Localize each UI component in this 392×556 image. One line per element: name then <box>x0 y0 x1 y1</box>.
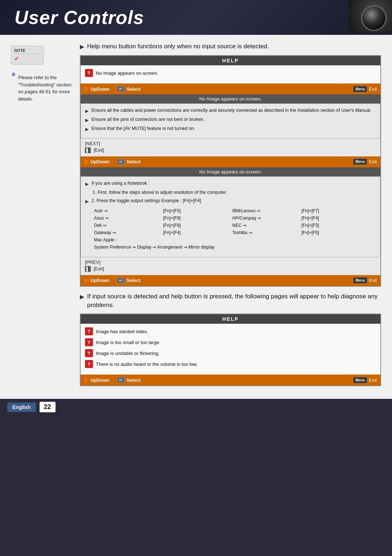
nav-bar-3[interactable]: UpDown ↵ Select Menu Exit <box>81 275 380 286</box>
nav-select-2[interactable]: ↵ Select <box>117 159 140 165</box>
laptop-row-asus: Asus ⇒ <box>93 215 161 221</box>
laptop-row-gateway: Gateway ⇒ <box>93 229 161 236</box>
nav-updown-label-3: UpDown <box>90 278 110 283</box>
help-panel-1: HELP ? No Image appears on-screen. UpDow… <box>80 55 381 286</box>
help-header-1: HELP <box>81 56 380 65</box>
inner-bullet-1b: ▶ Ensure all the pins of connectors are … <box>85 116 376 123</box>
nav-select-1[interactable]: ↵ Select <box>117 86 140 92</box>
check-icon: ✓ <box>14 55 19 62</box>
nav-menu-icon-3: Menu <box>353 277 367 283</box>
nav-list-exit-2[interactable]: ▌ [Exit] <box>85 266 376 272</box>
inner-bullet-notebook: ▶ If you are using a Notebook : <box>85 180 376 187</box>
main-content: NOTE ✓ ❖ Please refer to the "Troublesho… <box>0 35 392 399</box>
nav-menu-icon-1: Menu <box>353 86 367 92</box>
sidebar: NOTE ✓ ❖ Please refer to the "Troublesho… <box>11 42 73 392</box>
help-question-row-1: ? No Image appears on-screen. <box>85 69 376 77</box>
bracket-icon-1: ▌ <box>85 147 91 153</box>
sidebar-note-text: Please refer to the "Troubleshooting" se… <box>18 74 73 102</box>
page-title: User Controls <box>15 7 144 28</box>
question-text-2a: Image has slanted sides. <box>96 329 148 334</box>
nav-updown-4[interactable]: UpDown <box>84 376 110 384</box>
nav-exit-label-3: Exit <box>369 278 377 283</box>
help-header-2: HELP <box>81 314 380 324</box>
nav-select-label-1: Select <box>127 86 140 92</box>
nav-exit-3[interactable]: Menu Exit <box>353 277 377 283</box>
nav-enter-icon-4: ↵ <box>117 377 125 383</box>
question-icon-2d: ? <box>85 360 93 368</box>
nav-item-list-2: [PREV] ▌ [Exit] <box>81 257 380 275</box>
laptop-table: Acer ⇒ [Fn]+[F5] IBM/Lenovo ⇒ [Fn]+[F7] … <box>93 208 368 250</box>
bullet-arrow-icon: ▶ <box>80 43 84 51</box>
question-icon-2a: ? <box>85 327 93 335</box>
nav-arrow-icon-4 <box>84 376 89 384</box>
nav-exit-label-4: Exit <box>369 377 377 383</box>
nav-list-prev: [PREV] <box>85 259 376 265</box>
question-text-2c: Image is unstable or flickering. <box>96 351 160 356</box>
help-body-1: ? No Image appears on-screen. <box>81 65 380 83</box>
nav-updown-label-4: UpDown <box>90 377 110 383</box>
nav-exit-2[interactable]: Menu Exit <box>353 159 377 165</box>
nav-arrow-icon-2 <box>84 158 89 165</box>
inner-bullet-notebook-1: 1. First, follow the steps above to adju… <box>85 189 376 196</box>
mac-pref: System Preference ⇒ Display ⇒ Arrangemen… <box>93 244 368 250</box>
help-question-row-2b: ? Image is too small or too large. <box>85 338 376 346</box>
page-footer: English 22 <box>0 399 392 415</box>
inner-bullet-notebook-2: ▶ 2. Press the toggle output settings Ex… <box>85 198 376 205</box>
nav-enter-icon-3: ↵ <box>117 278 125 283</box>
nav-exit-4[interactable]: Menu Exit <box>353 377 377 383</box>
nav-bar-4[interactable]: UpDown ↵ Select Menu Exit <box>81 375 380 385</box>
nav-updown-1[interactable]: UpDown <box>84 85 110 93</box>
page-number: 22 <box>40 402 56 412</box>
nav-enter-icon-2: ↵ <box>117 159 125 165</box>
nav-exit-1[interactable]: Menu Exit <box>353 86 377 92</box>
sidebar-dot-icon: ❖ <box>11 71 16 78</box>
help-question-row-2a: ? Image has slanted sides. <box>85 327 376 335</box>
nav-list-exit-1[interactable]: ▌ [Exit] <box>85 147 376 153</box>
note-check-row: ✓ <box>14 55 40 62</box>
language-badge: English <box>7 402 36 412</box>
question-text-2d: There is no audio heard or the volume is… <box>96 361 197 367</box>
question-icon-2c: ? <box>85 349 93 357</box>
bullet-arrow-icon-2: ▶ <box>80 293 84 301</box>
nav-bar-2[interactable]: UpDown ↵ Select Menu Exit <box>81 156 380 167</box>
nav-updown-label-2: UpDown <box>90 159 110 164</box>
note-icon-container: NOTE ✓ <box>11 46 44 65</box>
inner-section-1: ▶ Ensure all the cables and power connec… <box>81 103 380 138</box>
inner-section-2: ▶ If you are using a Notebook : 1. First… <box>81 176 380 257</box>
nav-select-label-4: Select <box>127 377 140 383</box>
camera-decoration <box>348 0 392 33</box>
nav-select-3[interactable]: ↵ Select <box>117 278 140 283</box>
nav-arrow-icon-3 <box>84 277 89 284</box>
nav-bar-1[interactable]: UpDown ↵ Select Menu Exit <box>81 83 380 94</box>
intro-bullet-2: ▶ If input source is detected and help b… <box>80 292 381 310</box>
nav-arrow-icon-1 <box>84 85 89 93</box>
help-question-row-2d: ? There is no audio heard or the volume … <box>85 360 376 368</box>
laptop-row-acer: Acer ⇒ <box>93 208 161 214</box>
section-title-bar-2: No Image appears on-screen. <box>81 167 380 176</box>
nav-updown-3[interactable]: UpDown <box>84 277 110 284</box>
nav-list-next: [NEXT] <box>85 141 376 146</box>
note-box: NOTE ✓ ❖ Please refer to the "Troublesho… <box>11 46 73 102</box>
question-text-1: No Image appears on-screen. <box>96 70 158 76</box>
help-panel-2: HELP ? Image has slanted sides. ? Image … <box>80 314 381 386</box>
nav-select-label-3: Select <box>127 278 140 283</box>
bracket-icon-2: ▌ <box>85 266 91 272</box>
nav-enter-icon-1: ↵ <box>117 86 125 92</box>
nav-menu-icon-2: Menu <box>353 159 367 165</box>
inner-bullet-1c: ▶ Ensure that the [AV MUTE] feature is n… <box>85 126 376 132</box>
inner-bullet-1a: ▶ Ensure all the cables and power connec… <box>85 107 376 114</box>
nav-exit-label-1: Exit <box>369 86 377 92</box>
laptop-row-dell: Dell ⇒ <box>93 222 161 229</box>
note-title-label: NOTE <box>14 48 40 54</box>
content-area: ▶ Help menu button functions only when n… <box>80 42 381 392</box>
page-header: User Controls <box>0 0 392 35</box>
help-question-row-2c: ? Image is unstable or flickering. <box>85 349 376 357</box>
question-icon-1: ? <box>85 69 93 77</box>
intro-bullet-1: ▶ Help menu button functions only when n… <box>80 42 381 51</box>
camera-lens <box>361 5 387 31</box>
nav-select-4[interactable]: ↵ Select <box>117 377 140 383</box>
question-text-2b: Image is too small or too large. <box>96 340 160 345</box>
nav-updown-2[interactable]: UpDown <box>84 158 110 165</box>
nav-updown-label-1: UpDown <box>90 86 110 92</box>
nav-select-label-2: Select <box>127 159 140 164</box>
